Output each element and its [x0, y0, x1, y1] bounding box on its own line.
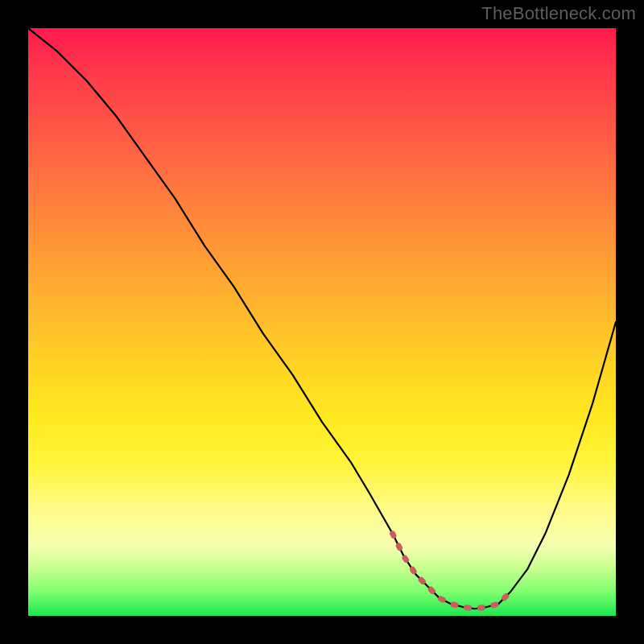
chart-frame: TheBottleneck.com	[0, 0, 644, 644]
bottleneck-curve-path	[28, 28, 616, 609]
flat-minimum-marker-path	[393, 534, 510, 609]
plot-area	[28, 28, 616, 616]
watermark-text: TheBottleneck.com	[481, 3, 636, 24]
chart-svg	[28, 28, 616, 616]
